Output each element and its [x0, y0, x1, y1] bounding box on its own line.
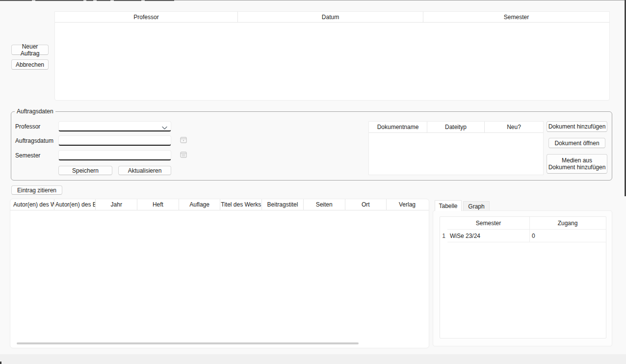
documents-grid-header: Dokumentname Dateityp Neu?: [369, 122, 543, 133]
row-number: 1: [440, 230, 447, 242]
citations-grid-header: Autor(en) des Werks Autor(en) des Beitra…: [10, 199, 429, 210]
orders-grid: Professor Datum Semester: [54, 11, 610, 101]
citations-grid-body: [10, 210, 429, 336]
orders-grid-body: [55, 23, 609, 100]
cell-semester: WiSe 23/24: [447, 230, 529, 242]
professor-combobox-input[interactable]: [59, 122, 171, 130]
citations-col-place[interactable]: Ort: [345, 199, 387, 210]
open-document-button[interactable]: Dokument öffnen: [548, 138, 605, 148]
documents-col-name[interactable]: Dokumentname: [369, 122, 427, 132]
citations-col-work-title[interactable]: Titel des Werks: [220, 199, 261, 210]
groupbox-legend: Auftragsdaten: [15, 108, 55, 115]
cite-entry-button[interactable]: Eintrag zitieren: [11, 185, 62, 195]
horizontal-scrollbar-thumb[interactable]: [17, 342, 359, 344]
tab-tabelle[interactable]: Tabelle: [435, 200, 462, 211]
citations-col-publisher[interactable]: Verlag: [386, 199, 428, 210]
refresh-button[interactable]: Aktualisieren: [118, 166, 171, 175]
documents-col-new[interactable]: Neu?: [484, 122, 543, 132]
stats-tab-panel: Semester Zugang 1 WiSe 23/24 0: [433, 210, 612, 346]
cell-zugang: 0: [529, 230, 606, 242]
chevron-down-icon: [162, 125, 167, 131]
new-order-button[interactable]: Neuer Auftrag: [11, 45, 49, 55]
semester-label: Semester: [15, 152, 40, 159]
calendar-today-icon[interactable]: [180, 136, 187, 143]
row-number-gutter: [440, 217, 447, 230]
documents-col-filetype[interactable]: Dateityp: [427, 122, 484, 132]
table-row[interactable]: 1 WiSe 23/24 0: [440, 230, 606, 242]
app-window: Professor Datum Semester Neuer Auftrag A…: [0, 0, 626, 364]
semester-stats-table: Semester Zugang 1 WiSe 23/24 0: [440, 216, 606, 338]
orders-col-professor[interactable]: Professor: [55, 12, 237, 22]
semester-stats-header: Semester Zugang: [440, 217, 606, 230]
calendar-grid-icon[interactable]: [180, 151, 187, 158]
desktop-corner: [0, 362, 1, 364]
professor-label: Professor: [15, 123, 40, 130]
order-date-label: Auftragsdatum: [15, 137, 53, 144]
professor-combobox[interactable]: [58, 121, 171, 131]
order-date-field[interactable]: [58, 135, 171, 146]
citations-grid: Autor(en) des Werks Autor(en) des Beitra…: [10, 199, 429, 348]
citations-col-year[interactable]: Jahr: [95, 199, 137, 210]
column-divider: [529, 217, 530, 242]
documents-grid: Dokumentname Dateityp Neu?: [368, 121, 544, 175]
tab-graph[interactable]: Graph: [463, 201, 490, 211]
window-top-edge: [0, 0, 626, 0]
stats-col-zugang[interactable]: Zugang: [529, 217, 606, 230]
documents-grid-body: [369, 133, 543, 175]
citations-col-edition[interactable]: Auflage: [179, 199, 220, 210]
orders-col-semester[interactable]: Semester: [423, 12, 609, 22]
stats-col-semester[interactable]: Semester: [447, 217, 529, 230]
add-document-button[interactable]: Dokument hinzufügen: [547, 121, 607, 132]
order-data-groupbox: Auftragsdaten Professor Auftragsdatum Se…: [11, 111, 612, 181]
orders-grid-header: Professor Datum Semester: [55, 12, 609, 23]
orders-col-datum[interactable]: Datum: [237, 12, 423, 22]
citations-col-contribution-authors[interactable]: Autor(en) des Beitrags: [54, 199, 96, 210]
cancel-button[interactable]: Abbrechen: [11, 59, 49, 70]
citations-col-issue[interactable]: Heft: [137, 199, 179, 210]
order-date-input[interactable]: [59, 136, 171, 145]
semester-field[interactable]: [58, 150, 171, 160]
desktop-area-below-window: [0, 354, 626, 364]
citations-col-pages[interactable]: Seiten: [303, 199, 345, 210]
citations-col-work-authors[interactable]: Autor(en) des Werks: [12, 199, 54, 210]
citations-col-contribution-title[interactable]: Beitragstitel: [261, 199, 303, 210]
semester-input[interactable]: [59, 151, 171, 159]
add-media-from-document-button[interactable]: Medien aus Dokument hinzufügen: [547, 154, 607, 174]
save-button[interactable]: Speichern: [58, 166, 112, 175]
